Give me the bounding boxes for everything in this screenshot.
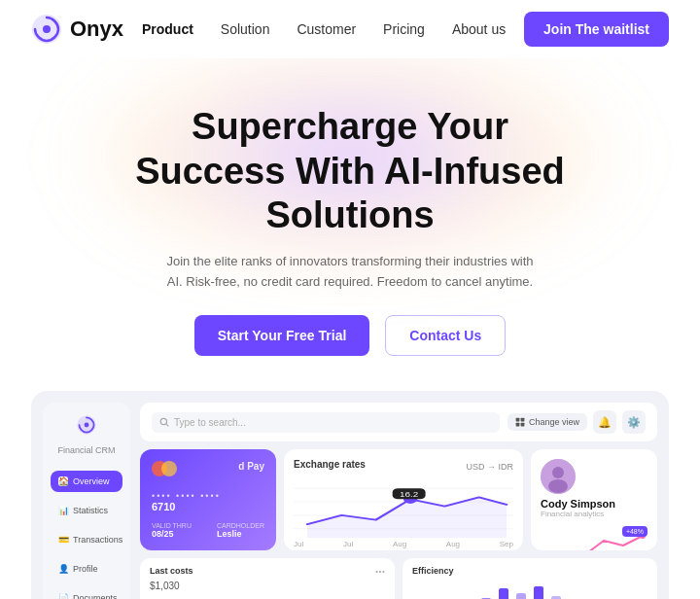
svg-line-5 bbox=[166, 424, 169, 427]
contact-button[interactable]: Contact Us bbox=[385, 315, 506, 356]
svg-point-18 bbox=[552, 467, 564, 478]
last-costs-card: Last costs ··· $1,030 bbox=[140, 558, 395, 599]
svg-point-3 bbox=[85, 423, 89, 428]
exchange-header: Exchange rates USD → IDR bbox=[294, 459, 513, 474]
db-search[interactable]: Type to search... bbox=[152, 412, 500, 433]
svg-rect-6 bbox=[516, 418, 520, 422]
svg-rect-7 bbox=[521, 418, 525, 422]
profile-icon: 👤 bbox=[58, 564, 68, 574]
mc-right-circle bbox=[161, 461, 177, 476]
hero-buttons: Start Your Free Trial Contact Us bbox=[31, 315, 669, 356]
sidebar-item-statistics[interactable]: 📊 Statistics bbox=[51, 500, 122, 521]
profit-chart: +48% bbox=[541, 526, 648, 550]
svg-rect-23 bbox=[516, 593, 526, 599]
search-icon bbox=[159, 417, 169, 427]
nav-solution[interactable]: Solution bbox=[221, 21, 270, 37]
exchange-chart: 16.2 bbox=[294, 479, 513, 538]
nav-pricing[interactable]: Pricing bbox=[383, 21, 425, 37]
hero-heading: Supercharge Your Success With AI-Infused… bbox=[31, 105, 669, 238]
nav-product[interactable]: Product bbox=[142, 21, 193, 37]
month-jul1: Jul bbox=[294, 540, 303, 548]
svg-point-1 bbox=[43, 25, 51, 33]
profile-name: Cody Simpson bbox=[541, 498, 648, 510]
svg-point-4 bbox=[160, 419, 166, 425]
db-topbar: Type to search... Change view 🔔 ⚙️ bbox=[140, 403, 657, 441]
svg-text:16.2: 16.2 bbox=[400, 491, 419, 499]
db-sidebar-logo-icon bbox=[71, 414, 102, 436]
last-costs-title: Last costs ··· bbox=[150, 566, 385, 578]
logo-icon bbox=[31, 14, 62, 45]
grid-icon bbox=[515, 417, 525, 427]
efficiency-title: Efficiency bbox=[412, 566, 648, 576]
nav-about[interactable]: About us bbox=[452, 21, 506, 37]
efficiency-card: Efficiency bbox=[402, 558, 657, 599]
exchange-title: Exchange rates bbox=[294, 459, 366, 470]
documents-icon: 📄 bbox=[58, 593, 68, 599]
start-trial-button[interactable]: Start Your Free Trial bbox=[194, 315, 370, 356]
month-aug2: Aug bbox=[446, 540, 460, 548]
month-jul2: Jul bbox=[343, 540, 353, 548]
mastercard-icon bbox=[152, 461, 177, 476]
transactions-icon: 💳 bbox=[58, 535, 68, 545]
credit-card-top: d Pay bbox=[152, 461, 264, 476]
dashboard-preview: Financial CRM 🏠 Overview 📊 Statistics 💳 … bbox=[31, 391, 669, 599]
hero-section: Supercharge Your Success With AI-Infused… bbox=[0, 58, 700, 391]
exchange-rates-card: Exchange rates USD → IDR bbox=[284, 449, 523, 550]
logo-text: Onyx bbox=[70, 17, 123, 42]
exchange-chart-svg: 16.2 bbox=[294, 479, 513, 538]
svg-rect-22 bbox=[499, 588, 508, 599]
navbar: Onyx Product Solution Customer Pricing A… bbox=[0, 0, 700, 58]
hero-subtext: Join the elite ranks of innovators trans… bbox=[165, 252, 535, 293]
db-sidebar: Financial CRM 🏠 Overview 📊 Statistics 💳 … bbox=[43, 403, 130, 599]
card-valid: VALID THRU 08/25 bbox=[152, 522, 192, 539]
db-bottom-row: Last costs ··· $1,030 Efficiency bbox=[140, 558, 657, 599]
sidebar-item-overview[interactable]: 🏠 Overview bbox=[51, 471, 122, 492]
credit-card: d Pay •••• •••• •••• 6710 VALID THRU 08/… bbox=[140, 449, 276, 550]
overview-icon: 🏠 bbox=[58, 476, 68, 486]
profile-sub: Financial analytics bbox=[541, 510, 648, 518]
exchange-months: Jul Jul Aug Aug Sep bbox=[294, 540, 513, 548]
card-dots: •••• •••• •••• bbox=[152, 491, 264, 501]
last-costs-value: $1,030 bbox=[150, 581, 385, 591]
sidebar-item-documents[interactable]: 📄 Documents bbox=[51, 587, 122, 599]
exchange-currency: USD → IDR bbox=[466, 462, 513, 472]
card-holder: CARDHOLDER Leslie bbox=[217, 522, 264, 539]
profit-badge: +48% bbox=[622, 526, 648, 537]
db-sidebar-title: Financial CRM bbox=[57, 445, 115, 455]
change-view-button[interactable]: Change view bbox=[508, 413, 587, 431]
search-placeholder: Type to search... bbox=[174, 417, 246, 428]
dpay-label: d Pay bbox=[238, 461, 264, 472]
notification-button[interactable]: 🔔 bbox=[593, 410, 616, 434]
card-bottom: VALID THRU 08/25 CARDHOLDER Leslie bbox=[152, 522, 264, 539]
month-sep: Sep bbox=[500, 540, 513, 548]
svg-rect-8 bbox=[516, 423, 520, 427]
avatar-image bbox=[541, 459, 576, 494]
nav-customer[interactable]: Customer bbox=[297, 21, 356, 37]
db-main-panel: Type to search... Change view 🔔 ⚙️ bbox=[140, 403, 657, 599]
logo: Onyx bbox=[31, 14, 123, 45]
settings-button[interactable]: ⚙️ bbox=[622, 410, 646, 434]
card-last-digits: 6710 bbox=[152, 501, 264, 512]
nav-links: Product Solution Customer Pricing About … bbox=[142, 20, 506, 38]
db-topbar-actions: Change view 🔔 ⚙️ bbox=[508, 410, 646, 434]
svg-rect-9 bbox=[521, 423, 525, 427]
month-aug: Aug bbox=[393, 540, 406, 548]
join-waitlist-button[interactable]: Join The waitlist bbox=[524, 12, 669, 47]
profile-avatar bbox=[541, 459, 576, 494]
svg-point-19 bbox=[548, 479, 568, 493]
db-cards-row: d Pay •••• •••• •••• 6710 VALID THRU 08/… bbox=[140, 449, 657, 550]
efficiency-chart-svg bbox=[412, 579, 648, 599]
statistics-icon: 📊 bbox=[58, 506, 68, 515]
profile-card: Cody Simpson Financial analytics +48% To… bbox=[531, 449, 657, 550]
sidebar-item-profile[interactable]: 👤 Profile bbox=[51, 558, 122, 580]
sidebar-item-transactions[interactable]: 💳 Transactions bbox=[51, 529, 122, 550]
svg-rect-24 bbox=[534, 586, 543, 599]
last-costs-menu[interactable]: ··· bbox=[375, 566, 385, 578]
